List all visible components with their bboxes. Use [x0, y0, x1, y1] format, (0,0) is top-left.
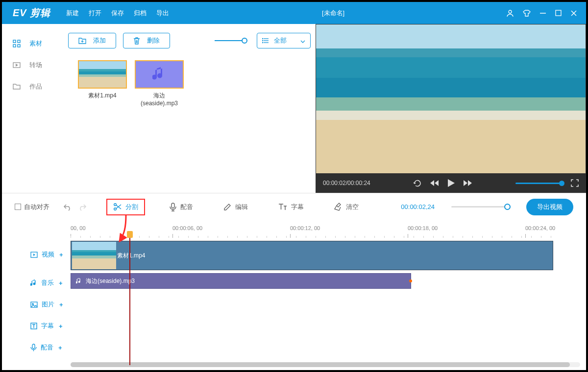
asset-item-video[interactable]: 素材1.mp4: [78, 60, 127, 107]
app-logo: EV 剪辑: [2, 6, 61, 20]
svg-point-16: [262, 40, 263, 41]
audio-clip[interactable]: 海边(seaside).mp3: [71, 273, 411, 289]
asset-label: 海边(seaside).mp3: [135, 92, 184, 107]
sidebar: 素材 转场 作品: [2, 24, 63, 193]
asset-thumbnail: [78, 60, 127, 89]
subtitle-track-icon: [30, 323, 37, 329]
fastforward-icon[interactable]: [464, 180, 472, 186]
dub-track-icon: [30, 344, 37, 351]
minimize-icon[interactable]: [539, 10, 546, 17]
track-label-audio[interactable]: 音乐+: [2, 275, 71, 291]
track-label-subtitle[interactable]: 字幕+: [2, 318, 71, 334]
svg-point-15: [262, 38, 263, 39]
menu-save[interactable]: 保存: [111, 9, 124, 18]
timeline-panel: 视频+ 音乐+ 图片+ 字幕+ 配音+ 00, 00 00:00:06: [2, 220, 586, 370]
asset-thumbnail: [135, 60, 184, 89]
music-track-icon: [30, 279, 37, 287]
trash-icon: [133, 37, 140, 45]
music-note-icon: [152, 67, 166, 82]
asset-item-audio[interactable]: 海边(seaside).mp3: [135, 60, 184, 107]
delete-media-button[interactable]: 删除: [123, 33, 170, 48]
pen-icon: [223, 203, 231, 211]
sidebar-item-material[interactable]: 素材: [2, 33, 63, 54]
svg-rect-25: [32, 344, 35, 349]
player-timecode: 00:00:02/00:00:24: [323, 180, 370, 186]
svg-rect-8: [18, 45, 20, 47]
music-note-icon: [76, 278, 82, 284]
svg-point-23: [32, 303, 33, 304]
svg-rect-2: [556, 10, 561, 16]
playhead[interactable]: [129, 235, 130, 365]
broom-icon: [334, 203, 342, 211]
svg-point-17: [262, 42, 263, 43]
asset-label: 素材1.mp4: [78, 92, 127, 100]
dub-button[interactable]: 配音: [164, 200, 199, 214]
fullscreen-icon[interactable]: [571, 179, 579, 187]
export-video-button[interactable]: 导出视频: [526, 199, 573, 215]
ruler-tick: 00:00:06, 00: [172, 225, 202, 231]
media-filter-select[interactable]: 全部: [257, 33, 311, 48]
clip-thumbnail: [72, 242, 116, 269]
video-track-icon: [30, 252, 38, 258]
player-progress-slider[interactable]: [515, 183, 562, 184]
title-bar: EV 剪辑 新建 打开 保存 归档 导出 [未命名]: [2, 2, 586, 24]
image-track-icon: [30, 302, 38, 308]
sidebar-item-transition[interactable]: 转场: [2, 54, 63, 76]
close-icon[interactable]: [570, 10, 577, 17]
preview-canvas[interactable]: [316, 24, 586, 173]
undo-icon[interactable]: [63, 203, 72, 211]
menu-new[interactable]: 新建: [66, 9, 79, 18]
sidebar-item-label: 作品: [29, 82, 42, 91]
sidebar-item-works[interactable]: 作品: [2, 76, 63, 97]
edit-button[interactable]: 编辑: [218, 200, 254, 214]
document-title: [未命名]: [169, 9, 497, 18]
player-controls: 00:00:02/00:00:24: [316, 173, 586, 193]
mic-icon: [170, 203, 176, 211]
text-icon: [278, 203, 287, 210]
add-media-button[interactable]: 添加: [68, 33, 116, 48]
clear-button[interactable]: 清空: [328, 200, 365, 214]
list-icon: [262, 38, 269, 44]
maximize-icon[interactable]: [555, 10, 562, 16]
user-icon[interactable]: [506, 9, 514, 17]
add-folder-icon: [78, 37, 86, 44]
menu-export[interactable]: 导出: [156, 9, 169, 18]
rewind-icon[interactable]: [430, 180, 439, 186]
ruler-tick: 00:00:18, 00: [408, 225, 438, 231]
ruler-tick: 00:00:24, 00: [525, 225, 555, 231]
menu-archive[interactable]: 归档: [134, 9, 147, 18]
media-pane: 添加 删除 全部: [63, 24, 316, 193]
svg-point-0: [509, 10, 512, 13]
grid-icon: [13, 40, 21, 47]
redo-icon[interactable]: [78, 203, 87, 211]
svg-rect-20: [172, 203, 174, 208]
scissors-icon: [113, 203, 122, 211]
track-area[interactable]: 00, 00 00:00:06, 00 00:00:12, 00 00:00:1…: [71, 220, 586, 370]
time-ruler[interactable]: 00, 00 00:00:06, 00 00:00:12, 00 00:00:1…: [71, 225, 586, 240]
track-label-dub[interactable]: 配音+: [2, 340, 71, 355]
track-label-image[interactable]: 图片+: [2, 297, 71, 312]
folder-icon: [13, 83, 21, 91]
timeline-scrollbar[interactable]: [71, 362, 580, 367]
auto-align-checkbox[interactable]: 自动对齐: [15, 203, 49, 211]
edit-toolbar: 自动对齐 分割 配音 编辑 字幕 清空 00:00:02,24 导出视频: [2, 193, 586, 220]
video-clip[interactable]: 素材1.mp4: [71, 241, 553, 270]
svg-rect-5: [13, 40, 16, 43]
timeline-zoom-slider[interactable]: [451, 206, 508, 208]
sidebar-item-label: 转场: [29, 61, 42, 70]
loop-icon[interactable]: [413, 179, 421, 187]
transition-icon: [13, 61, 21, 69]
svg-rect-7: [13, 45, 16, 47]
thumb-zoom-slider[interactable]: [215, 40, 244, 41]
edit-timecode: 00:00:02,24: [401, 203, 435, 210]
track-label-video[interactable]: 视频+: [2, 240, 71, 269]
ruler-tick: 00, 00: [71, 225, 86, 231]
ruler-tick: 00:00:12, 00: [290, 225, 320, 231]
svg-rect-6: [18, 40, 20, 43]
play-icon[interactable]: [448, 179, 455, 187]
skin-icon[interactable]: [523, 10, 531, 17]
menu-open[interactable]: 打开: [89, 9, 101, 18]
split-button[interactable]: 分割: [106, 199, 145, 215]
chevron-down-icon: [300, 37, 305, 45]
subtitle-button[interactable]: 字幕: [272, 200, 310, 214]
